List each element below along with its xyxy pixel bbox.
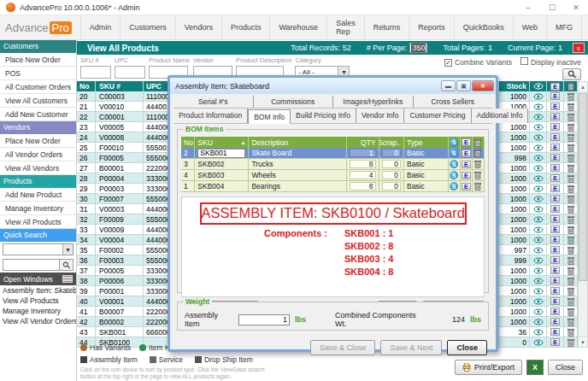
view-product-button[interactable]: [530, 296, 547, 306]
delete-product-button[interactable]: [564, 112, 578, 121]
nav-item-quickbooks[interactable]: QuickBooks: [455, 15, 514, 39]
windows-list-icon[interactable]: [62, 275, 73, 283]
sidebar-item-view-all-vendors[interactable]: View All Vendors: [0, 161, 76, 175]
delete-product-button[interactable]: [564, 153, 578, 162]
display-inactive-checkbox[interactable]: Display inactive: [520, 57, 581, 67]
scrap-input[interactable]: 0: [382, 182, 401, 190]
qty-input[interactable]: 8: [350, 182, 376, 190]
sidebar-item-place-new-order[interactable]: Place New Order: [0, 134, 76, 148]
bom-delete-button[interactable]: [473, 148, 485, 158]
window-close-button[interactable]: ✕: [564, 0, 588, 15]
bom-sku-editor[interactable]: SKB001: [197, 149, 245, 158]
view-product-button[interactable]: [530, 276, 547, 285]
assembly-weight-input[interactable]: 1: [238, 314, 290, 325]
edit-product-button[interactable]: E: [547, 296, 564, 306]
qty-input[interactable]: 8: [350, 160, 376, 168]
dialog-close-button[interactable]: Close: [447, 340, 487, 355]
nav-item-warehouse[interactable]: Warehouse: [270, 15, 327, 39]
search-button[interactable]: [562, 68, 581, 80]
nav-item-mcr[interactable]: MCR: [582, 15, 588, 39]
bom-cell-scrap[interactable]: 0: [379, 159, 404, 169]
sidebar-item-view-all-products[interactable]: View All Products: [0, 215, 76, 229]
view-product-button[interactable]: [530, 132, 547, 142]
edit-product-button[interactable]: E: [547, 163, 564, 173]
delete-product-button[interactable]: [564, 214, 578, 224]
dialog-titlebar[interactable]: Assembly Item: Skateboard ▬ ▣ ✕: [170, 78, 496, 94]
tab-images-hyperlinks[interactable]: Images/Hyperlinks: [333, 96, 414, 108]
bom-column-qty[interactable]: QTY: [347, 137, 379, 148]
edit-product-button[interactable]: E: [547, 235, 564, 244]
open-window-item[interactable]: Manage Inventory: [0, 306, 76, 316]
tab-product-information[interactable]: Product Information: [173, 108, 248, 123]
view-product-button[interactable]: [530, 255, 547, 265]
nav-item-reports[interactable]: Reports: [409, 15, 455, 39]
delete-product-button[interactable]: [564, 163, 578, 173]
dialog-close-icon[interactable]: ✕: [472, 80, 494, 91]
print-export-button[interactable]: Print/Export: [455, 360, 522, 375]
page-close-button[interactable]: x: [573, 43, 585, 53]
view-product-button[interactable]: [530, 102, 547, 111]
nav-item-returns[interactable]: Returns: [365, 15, 410, 39]
edit-product-button[interactable]: E: [547, 173, 564, 183]
bom-column-type[interactable]: Type: [404, 137, 449, 148]
delete-product-button[interactable]: [564, 276, 578, 285]
window-maximize-button[interactable]: ☐: [540, 0, 564, 15]
edit-product-button[interactable]: E: [547, 276, 564, 285]
delete-product-button[interactable]: [564, 102, 578, 111]
sidebar-item-add-new-product[interactable]: Add New Product: [0, 188, 76, 202]
delete-product-button[interactable]: [564, 91, 578, 101]
delete-product-button[interactable]: [564, 327, 578, 337]
tab-serial-s[interactable]: Serial #'s: [173, 96, 254, 108]
tab-customer-pricing[interactable]: Customer Pricing: [404, 108, 471, 123]
column-header-stock[interactable]: Stock: [498, 81, 530, 91]
bom-cell-scrap[interactable]: 0: [379, 170, 404, 180]
delete-product-button[interactable]: [564, 204, 578, 214]
excel-export-icon[interactable]: X: [526, 360, 544, 375]
edit-product-button[interactable]: E: [547, 153, 564, 162]
scroll-down-icon[interactable]: ▼: [579, 337, 587, 347]
delete-product-button[interactable]: [564, 307, 578, 316]
bom-delete-button[interactable]: [473, 159, 485, 169]
view-product-button[interactable]: [530, 194, 547, 203]
sidebar-item-add-new-customer[interactable]: Add New Customer: [0, 108, 76, 121]
delete-product-button[interactable]: [564, 266, 578, 275]
view-product-button[interactable]: [530, 122, 547, 132]
bom-cell-scrap[interactable]: 0: [379, 181, 404, 191]
nav-item-admin[interactable]: Admin: [80, 15, 121, 39]
bom-row[interactable]: 2SKB001Skate Board10BasicSE: [181, 148, 485, 159]
tab-additional-info[interactable]: Additional Info: [472, 108, 529, 123]
tab-commissions[interactable]: Commissions: [254, 96, 334, 108]
edit-product-button[interactable]: E: [547, 317, 564, 326]
per-page-input[interactable]: 350: [409, 43, 427, 53]
bom-column-sku[interactable]: SKU ▲: [195, 137, 249, 148]
nav-item-mfg[interactable]: MFG: [547, 15, 582, 39]
sidebar-item-view-all-customers[interactable]: View All Customers: [0, 94, 76, 108]
quick-search-input[interactable]: [3, 259, 60, 271]
combine-variants-checkbox[interactable]: ✓Combine Variants: [444, 58, 512, 67]
nav-item-customers[interactable]: Customers: [121, 15, 176, 39]
delete-product-button[interactable]: [564, 235, 578, 244]
scrap-input[interactable]: 0: [382, 160, 401, 168]
view-product-button[interactable]: [530, 163, 547, 173]
edit-product-button[interactable]: E: [547, 214, 564, 224]
quick-search-button[interactable]: [60, 259, 74, 271]
delete-product-button[interactable]: [564, 184, 578, 193]
view-product-button[interactable]: [530, 214, 547, 224]
edit-product-button[interactable]: E: [547, 184, 564, 193]
view-product-button[interactable]: [530, 266, 547, 275]
delete-product-button[interactable]: [564, 337, 578, 347]
edit-product-button[interactable]: E: [547, 266, 564, 275]
column-header-no[interactable]: No: [77, 81, 96, 91]
filter-input[interactable]: [80, 66, 111, 79]
tab-bom-info[interactable]: BOM Info: [248, 109, 291, 124]
edit-product-button[interactable]: E: [547, 286, 564, 296]
bom-cell-qty[interactable]: 8: [347, 181, 379, 191]
tab-vendor-info[interactable]: Vendor Info: [356, 108, 404, 123]
edit-product-button[interactable]: E: [547, 132, 564, 142]
bom-row[interactable]: 3SKB002Trucks80BasicSE: [181, 159, 485, 170]
edit-product-button[interactable]: E: [547, 327, 564, 337]
sidebar-item-pos[interactable]: POS: [0, 67, 76, 80]
edit-product-button[interactable]: E: [547, 102, 564, 111]
bom-cell-qty[interactable]: 1: [347, 148, 379, 158]
edit-product-button[interactable]: E: [547, 245, 564, 255]
